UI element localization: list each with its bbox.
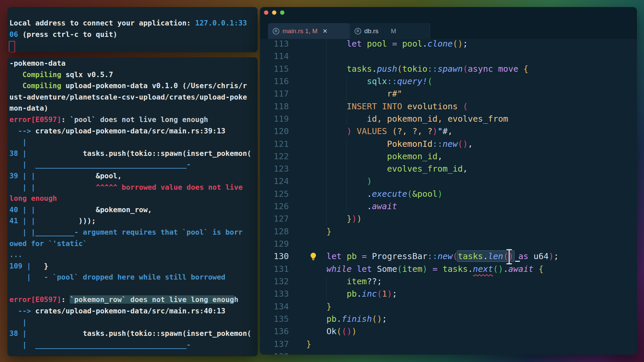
code-token: [306, 102, 346, 111]
terminal-line: long enough: [9, 193, 258, 204]
terminal-token: [9, 70, 22, 79]
code-text: let pb = ProgressBar::new(tasks.len() as…: [306, 250, 559, 262]
code-token: evolutions: [407, 102, 458, 111]
code-text: })): [306, 213, 362, 225]
code-token: Some: [377, 264, 397, 274]
code-token: pb: [326, 314, 336, 324]
terminal-token: ...: [9, 250, 22, 259]
code-token: [306, 164, 387, 174]
code-token: INTO: [382, 102, 402, 111]
code-token: ): [387, 289, 392, 299]
zoom-window-button[interactable]: [280, 10, 284, 15]
code-token: {: [539, 264, 544, 274]
code-token: ;: [377, 277, 382, 286]
terminal-token: 127.0.0.1:33: [195, 19, 247, 27]
code-token: [306, 214, 346, 224]
code-token: ;: [382, 314, 387, 324]
code-token: await: [372, 201, 397, 211]
code-area[interactable]: 113 let pool = pool.clone();114115 tasks…: [260, 39, 637, 355]
code-token: next: [473, 264, 493, 274]
code-token: [352, 264, 357, 274]
terminal-token: error[E0597]: [9, 295, 61, 304]
line-number: 131: [260, 263, 289, 275]
terminal-token: :: [61, 295, 70, 304]
code-token: [372, 264, 377, 274]
terminal-pane-cargo[interactable]: -pokemon-data Compiling sqlx v0.5.7 Comp…: [7, 57, 258, 356]
code-token: ::: [387, 76, 397, 86]
tab-close-icon[interactable]: ✕: [323, 27, 328, 35]
terminal-line: -pokemon-data: [9, 58, 258, 69]
code-text: id, pokemon_id, evolves_from: [306, 113, 508, 125]
line-number: 117: [260, 87, 289, 100]
code-token: (: [463, 64, 468, 74]
terminal-token: `pool` does not live long enough: [70, 115, 208, 124]
code-token: 1: [382, 289, 387, 299]
code-text: }: [306, 300, 331, 313]
code-token: [306, 314, 326, 324]
line-number: 126: [260, 200, 289, 213]
line-number: 123: [260, 163, 289, 175]
code-token: ): [346, 326, 352, 336]
code-token: (: [493, 264, 498, 274]
code-token: [306, 189, 367, 199]
code-token: Ok: [326, 326, 336, 336]
code-token: [306, 139, 387, 149]
terminal-line: 39 | | &pool,: [9, 170, 258, 182]
line-number: 119: [260, 113, 289, 125]
code-token: push: [377, 64, 397, 74]
code-token: (: [341, 326, 346, 336]
close-window-button[interactable]: [264, 10, 268, 15]
terminal-token: - `pool` dropped here while still borrow…: [44, 273, 225, 281]
terminal-token: Compiling: [22, 70, 61, 79]
code-text: let pool = pool.clone();: [306, 39, 468, 50]
minimize-window-button[interactable]: [272, 10, 276, 15]
code-token: ): [432, 126, 437, 136]
code-token: =: [432, 264, 437, 274]
code-token: [306, 39, 346, 49]
terminal-pane-server[interactable]: Local address to connect your applicatio…: [7, 7, 258, 52]
terminal-token: tasks.push(tokio::spawn(insert_pokemon(: [27, 329, 252, 338]
terminal-token: long enough: [9, 194, 57, 202]
terminal-line: Compiling upload-pokemon-data v0.1.0 (/U…: [9, 80, 258, 92]
terminal-token: crates/upload-pokemon-data/src/main.rs:3…: [35, 127, 225, 135]
code-token: ): [352, 214, 357, 224]
code-token: [357, 251, 362, 261]
code-token: }: [326, 302, 331, 311]
terminal-token: &pokemon_row,: [35, 205, 152, 214]
line-number: 118: [260, 100, 289, 113]
code-token: .: [468, 264, 473, 274]
code-text: pb.finish();: [306, 313, 387, 325]
code-token: [341, 251, 346, 261]
code-token: .: [483, 251, 488, 261]
editor-window[interactable]: R main.rs 1, M ✕ R db.rs M 113 let pool …: [260, 7, 637, 355]
line-number: 113: [260, 39, 289, 50]
code-token: inc: [362, 289, 377, 299]
terminal-token: error[E0597]: [9, 115, 61, 124]
tab-main-rs[interactable]: R main.rs 1, M ✕: [268, 23, 350, 39]
terminal-line: Compiling sqlx v0.5.7: [9, 69, 258, 80]
tab-db-rs[interactable]: R db.rs M: [350, 23, 430, 39]
code-token: .: [367, 201, 372, 211]
code-token: ): [463, 139, 468, 149]
code-line: 128 }: [260, 225, 637, 238]
code-text: evolves_from_id,: [306, 163, 468, 175]
code-line: 122 pokemon_id,: [260, 150, 637, 163]
code-token: .: [422, 39, 427, 49]
code-token: let: [326, 251, 341, 261]
terminal-token: 109 |: [9, 262, 31, 270]
code-token: [458, 102, 463, 111]
code-token: ,: [463, 164, 468, 174]
line-number: 116: [260, 75, 289, 87]
terminal-line: ust-adventure/planetscale-csv-upload/cra…: [9, 92, 258, 103]
code-token: spawn: [437, 64, 463, 74]
code-token: ::: [427, 251, 437, 261]
code-token: }: [306, 339, 311, 349]
code-token: ::: [432, 139, 442, 149]
rust-logo-icon: R: [355, 28, 361, 35]
code-token: [377, 102, 382, 111]
code-token: VALUES: [357, 126, 387, 136]
code-token: INSERT: [346, 102, 377, 111]
modified-badge: M: [391, 27, 396, 35]
line-number: 134: [260, 300, 289, 313]
terminal-line: error[E0597]: `pool` does not live long …: [9, 114, 258, 125]
